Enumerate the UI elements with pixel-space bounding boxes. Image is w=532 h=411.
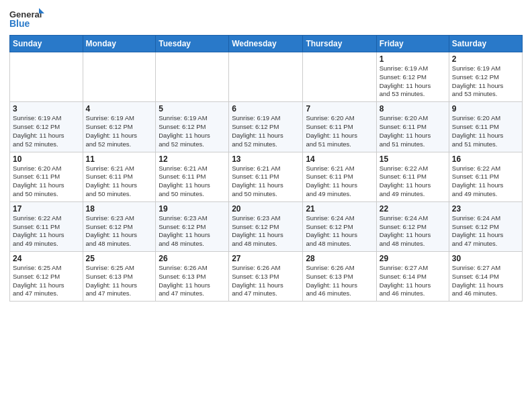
- calendar-week-row: 17Sunrise: 6:22 AM Sunset: 6:11 PM Dayli…: [10, 201, 523, 251]
- day-info: Sunrise: 6:21 AM Sunset: 6:11 PM Dayligh…: [232, 165, 300, 199]
- day-number: 1: [380, 54, 446, 64]
- day-info: Sunrise: 6:19 AM Sunset: 6:12 PM Dayligh…: [159, 114, 226, 148]
- day-info: Sunrise: 6:23 AM Sunset: 6:12 PM Dayligh…: [86, 214, 153, 248]
- day-info: Sunrise: 6:19 AM Sunset: 6:12 PM Dayligh…: [452, 64, 519, 99]
- weekday-header-friday: Friday: [376, 36, 449, 52]
- calendar-cell: 27Sunrise: 6:26 AM Sunset: 6:13 PM Dayli…: [229, 252, 303, 302]
- day-number: 24: [13, 254, 80, 263]
- calendar-cell: 22Sunrise: 6:24 AM Sunset: 6:12 PM Dayli…: [376, 201, 449, 251]
- day-number: 26: [159, 254, 226, 263]
- calendar-table: SundayMondayTuesdayWednesdayThursdayFrid…: [9, 35, 523, 302]
- calendar-cell: [10, 52, 83, 102]
- weekday-header-thursday: Thursday: [303, 36, 376, 52]
- day-number: 15: [380, 154, 446, 164]
- day-number: 19: [159, 204, 226, 214]
- day-info: Sunrise: 6:26 AM Sunset: 6:13 PM Dayligh…: [159, 264, 226, 298]
- weekday-header-monday: Monday: [83, 36, 156, 52]
- day-number: 23: [452, 204, 519, 214]
- calendar-cell: 15Sunrise: 6:22 AM Sunset: 6:11 PM Dayli…: [376, 152, 449, 201]
- day-info: Sunrise: 6:27 AM Sunset: 6:14 PM Dayligh…: [380, 264, 446, 298]
- day-info: Sunrise: 6:20 AM Sunset: 6:11 PM Dayligh…: [306, 114, 373, 148]
- day-info: Sunrise: 6:23 AM Sunset: 6:12 PM Dayligh…: [232, 214, 300, 248]
- day-info: Sunrise: 6:24 AM Sunset: 6:12 PM Dayligh…: [452, 214, 519, 248]
- day-info: Sunrise: 6:26 AM Sunset: 6:13 PM Dayligh…: [232, 264, 300, 298]
- day-number: 10: [13, 154, 80, 164]
- calendar-cell: 8Sunrise: 6:20 AM Sunset: 6:11 PM Daylig…: [376, 102, 449, 152]
- weekday-header-sunday: Sunday: [10, 36, 83, 52]
- calendar-cell: 24Sunrise: 6:25 AM Sunset: 6:12 PM Dayli…: [10, 252, 83, 302]
- calendar-cell: 12Sunrise: 6:21 AM Sunset: 6:11 PM Dayli…: [156, 152, 229, 201]
- day-number: 17: [13, 204, 80, 214]
- day-info: Sunrise: 6:22 AM Sunset: 6:11 PM Dayligh…: [380, 165, 446, 199]
- calendar-cell: 25Sunrise: 6:25 AM Sunset: 6:13 PM Dayli…: [83, 252, 156, 302]
- day-number: 14: [306, 154, 373, 164]
- calendar-cell: [229, 52, 303, 102]
- day-number: 25: [86, 254, 153, 263]
- day-info: Sunrise: 6:22 AM Sunset: 6:11 PM Dayligh…: [13, 214, 80, 248]
- calendar-cell: 29Sunrise: 6:27 AM Sunset: 6:14 PM Dayli…: [376, 252, 449, 302]
- calendar-week-row: 3Sunrise: 6:19 AM Sunset: 6:12 PM Daylig…: [10, 102, 523, 152]
- calendar-cell: 16Sunrise: 6:22 AM Sunset: 6:11 PM Dayli…: [449, 152, 522, 201]
- day-number: 6: [232, 104, 300, 113]
- day-info: Sunrise: 6:19 AM Sunset: 6:12 PM Dayligh…: [380, 64, 446, 99]
- svg-text:Blue: Blue: [9, 18, 30, 29]
- day-info: Sunrise: 6:24 AM Sunset: 6:12 PM Dayligh…: [306, 214, 373, 248]
- day-number: 8: [380, 104, 446, 113]
- calendar-cell: 20Sunrise: 6:23 AM Sunset: 6:12 PM Dayli…: [229, 201, 303, 251]
- day-info: Sunrise: 6:19 AM Sunset: 6:12 PM Dayligh…: [13, 114, 80, 148]
- day-number: 29: [380, 254, 446, 263]
- day-info: Sunrise: 6:21 AM Sunset: 6:11 PM Dayligh…: [159, 165, 226, 199]
- day-info: Sunrise: 6:19 AM Sunset: 6:12 PM Dayligh…: [232, 114, 300, 148]
- calendar-cell: [156, 52, 229, 102]
- day-info: Sunrise: 6:26 AM Sunset: 6:13 PM Dayligh…: [306, 264, 373, 298]
- calendar-cell: 17Sunrise: 6:22 AM Sunset: 6:11 PM Dayli…: [10, 201, 83, 251]
- calendar-cell: 18Sunrise: 6:23 AM Sunset: 6:12 PM Dayli…: [83, 201, 156, 251]
- weekday-header-wednesday: Wednesday: [229, 36, 303, 52]
- calendar-cell: 4Sunrise: 6:19 AM Sunset: 6:12 PM Daylig…: [83, 102, 156, 152]
- calendar-cell: 7Sunrise: 6:20 AM Sunset: 6:11 PM Daylig…: [303, 102, 376, 152]
- day-info: Sunrise: 6:25 AM Sunset: 6:12 PM Dayligh…: [13, 264, 80, 298]
- calendar-cell: 23Sunrise: 6:24 AM Sunset: 6:12 PM Dayli…: [449, 201, 522, 251]
- calendar-cell: 2Sunrise: 6:19 AM Sunset: 6:12 PM Daylig…: [449, 52, 522, 102]
- calendar-week-row: 1Sunrise: 6:19 AM Sunset: 6:12 PM Daylig…: [10, 52, 523, 102]
- calendar-cell: 19Sunrise: 6:23 AM Sunset: 6:12 PM Dayli…: [156, 201, 229, 251]
- day-number: 11: [86, 154, 153, 164]
- day-number: 27: [232, 254, 300, 263]
- day-number: 9: [452, 104, 519, 113]
- day-info: Sunrise: 6:21 AM Sunset: 6:11 PM Dayligh…: [306, 165, 373, 199]
- logo-svg: General Blue: [9, 7, 44, 31]
- day-info: Sunrise: 6:23 AM Sunset: 6:12 PM Dayligh…: [159, 214, 226, 248]
- day-info: Sunrise: 6:21 AM Sunset: 6:11 PM Dayligh…: [86, 165, 153, 199]
- calendar-cell: [303, 52, 376, 102]
- calendar-cell: 13Sunrise: 6:21 AM Sunset: 6:11 PM Dayli…: [229, 152, 303, 201]
- day-number: 5: [159, 104, 226, 113]
- calendar-cell: 5Sunrise: 6:19 AM Sunset: 6:12 PM Daylig…: [156, 102, 229, 152]
- calendar-cell: 21Sunrise: 6:24 AM Sunset: 6:12 PM Dayli…: [303, 201, 376, 251]
- calendar-cell: 6Sunrise: 6:19 AM Sunset: 6:12 PM Daylig…: [229, 102, 303, 152]
- day-number: 4: [86, 104, 153, 113]
- logo: General Blue: [9, 7, 44, 31]
- day-info: Sunrise: 6:20 AM Sunset: 6:11 PM Dayligh…: [13, 165, 80, 199]
- day-number: 12: [159, 154, 226, 164]
- day-number: 22: [380, 204, 446, 214]
- day-info: Sunrise: 6:20 AM Sunset: 6:11 PM Dayligh…: [452, 114, 519, 148]
- page-header: General Blue: [9, 7, 523, 31]
- day-number: 3: [13, 104, 80, 113]
- calendar-cell: 1Sunrise: 6:19 AM Sunset: 6:12 PM Daylig…: [376, 52, 449, 102]
- day-info: Sunrise: 6:25 AM Sunset: 6:13 PM Dayligh…: [86, 264, 153, 298]
- calendar-cell: 3Sunrise: 6:19 AM Sunset: 6:12 PM Daylig…: [10, 102, 83, 152]
- weekday-header-row: SundayMondayTuesdayWednesdayThursdayFrid…: [10, 36, 523, 52]
- day-number: 30: [452, 254, 519, 263]
- day-info: Sunrise: 6:24 AM Sunset: 6:12 PM Dayligh…: [380, 214, 446, 248]
- calendar-cell: 26Sunrise: 6:26 AM Sunset: 6:13 PM Dayli…: [156, 252, 229, 302]
- day-number: 21: [306, 204, 373, 214]
- calendar-cell: [83, 52, 156, 102]
- calendar-cell: 10Sunrise: 6:20 AM Sunset: 6:11 PM Dayli…: [10, 152, 83, 201]
- day-number: 16: [452, 154, 519, 164]
- day-info: Sunrise: 6:19 AM Sunset: 6:12 PM Dayligh…: [86, 114, 153, 148]
- day-number: 20: [232, 204, 300, 214]
- calendar-week-row: 24Sunrise: 6:25 AM Sunset: 6:12 PM Dayli…: [10, 252, 523, 302]
- calendar-cell: 9Sunrise: 6:20 AM Sunset: 6:11 PM Daylig…: [449, 102, 522, 152]
- weekday-header-saturday: Saturday: [449, 36, 522, 52]
- calendar-cell: 28Sunrise: 6:26 AM Sunset: 6:13 PM Dayli…: [303, 252, 376, 302]
